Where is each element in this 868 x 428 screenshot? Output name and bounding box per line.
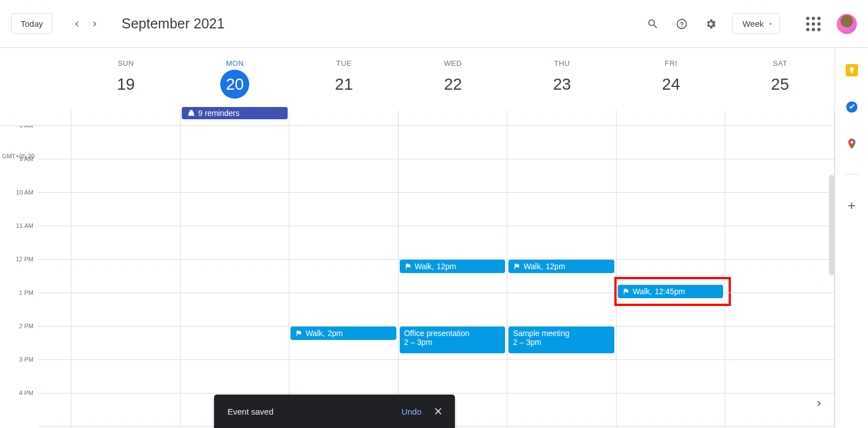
allday-cell-fri[interactable]	[617, 110, 726, 125]
search-button[interactable]	[642, 13, 664, 35]
calendar-event[interactable]: Walk,12pm	[400, 260, 506, 273]
allday-cell-sun[interactable]	[71, 110, 181, 125]
day-column-sat[interactable]	[725, 126, 835, 427]
toast-message: Event saved	[227, 407, 401, 416]
day-header-thu[interactable]: THU23	[507, 48, 617, 110]
allday-cell-wed[interactable]	[399, 110, 508, 125]
calendar-event[interactable]: Walk,12pm	[508, 260, 614, 273]
time-grid[interactable]: 8 AM 9 AM 10 AM 11 AM 12 PM 1 PM 2 PM 3 …	[0, 126, 835, 428]
google-apps-button[interactable]	[802, 13, 825, 35]
apps-grid-icon	[806, 17, 821, 31]
tasks-app-icon[interactable]	[845, 100, 859, 114]
day-column-thu[interactable]: Walk,12pmSample meeting2 – 3pm	[507, 126, 617, 427]
day-header-tue[interactable]: TUE21	[289, 48, 399, 110]
prev-week-button[interactable]	[68, 15, 86, 33]
show-side-panel-button[interactable]	[813, 398, 825, 412]
day-header-fri[interactable]: FRI24	[617, 48, 726, 110]
gear-icon	[705, 18, 717, 30]
account-avatar[interactable]	[837, 14, 857, 34]
time-column: 8 AM 9 AM 10 AM 11 AM 12 PM 1 PM 2 PM 3 …	[0, 126, 38, 427]
allday-cell-sat[interactable]	[725, 110, 835, 125]
scrollbar-thumb[interactable]	[829, 175, 835, 275]
help-button[interactable]	[671, 13, 693, 35]
day-column-tue[interactable]: Walk,2pm	[289, 126, 399, 427]
day-column-sun[interactable]	[71, 126, 181, 427]
close-icon	[433, 406, 444, 417]
side-panel: +	[835, 48, 868, 428]
chevron-right-icon	[813, 398, 825, 409]
calendar-event[interactable]: Walk,2pm	[290, 327, 396, 340]
calendar-event[interactable]: Sample meeting2 – 3pm	[508, 327, 614, 353]
allday-cell-mon[interactable]: 9 reminders	[181, 110, 290, 125]
toast-notification: Event saved Undo	[214, 395, 455, 428]
search-icon	[647, 18, 659, 30]
caret-down-icon	[767, 21, 774, 27]
allday-cell-tue[interactable]	[289, 110, 399, 125]
view-label: Week	[743, 19, 764, 28]
day-header-sat[interactable]: SAT25	[725, 48, 835, 110]
keep-app-icon[interactable]	[845, 64, 859, 77]
maps-app-icon[interactable]	[845, 137, 859, 150]
help-icon	[676, 18, 688, 30]
calendar-event[interactable]: Office presentation2 – 3pm	[400, 327, 506, 353]
day-column-fri[interactable]: Walk,12:45pm	[617, 126, 726, 427]
svg-point-2	[850, 141, 853, 144]
chevron-left-icon	[72, 19, 82, 29]
day-header-sun[interactable]: SUN19	[71, 48, 181, 110]
settings-button[interactable]	[700, 13, 722, 35]
add-addon-button[interactable]: +	[847, 198, 855, 213]
allday-cell-thu[interactable]	[507, 110, 617, 125]
view-selector[interactable]: Week	[732, 13, 780, 34]
calendar-area: GMT+05:30 SUN19 MON20 TUE21 WED22 THU23 …	[0, 48, 835, 428]
month-title: September 2021	[122, 16, 225, 32]
reminders-chip[interactable]: 9 reminders	[182, 107, 288, 119]
chevron-right-icon	[90, 19, 100, 29]
toast-close-button[interactable]	[430, 403, 446, 419]
day-header-mon[interactable]: MON20	[181, 48, 290, 110]
reminder-icon	[187, 109, 195, 117]
day-column-wed[interactable]: Walk,12pmOffice presentation2 – 3pm	[399, 126, 508, 427]
header: Today September 2021 Week	[0, 0, 868, 48]
day-headers: GMT+05:30 SUN19 MON20 TUE21 WED22 THU23 …	[0, 48, 835, 110]
day-header-wed[interactable]: WED22	[399, 48, 508, 110]
allday-row: 9 reminders	[0, 110, 835, 126]
day-column-mon[interactable]	[181, 126, 290, 427]
undo-button[interactable]: Undo	[401, 407, 421, 416]
next-week-button[interactable]	[86, 15, 104, 33]
today-button[interactable]: Today	[11, 13, 52, 34]
calendar-event[interactable]: Walk,12:45pm	[618, 285, 724, 298]
side-panel-divider	[845, 174, 859, 174]
reminders-label: 9 reminders	[198, 109, 240, 118]
